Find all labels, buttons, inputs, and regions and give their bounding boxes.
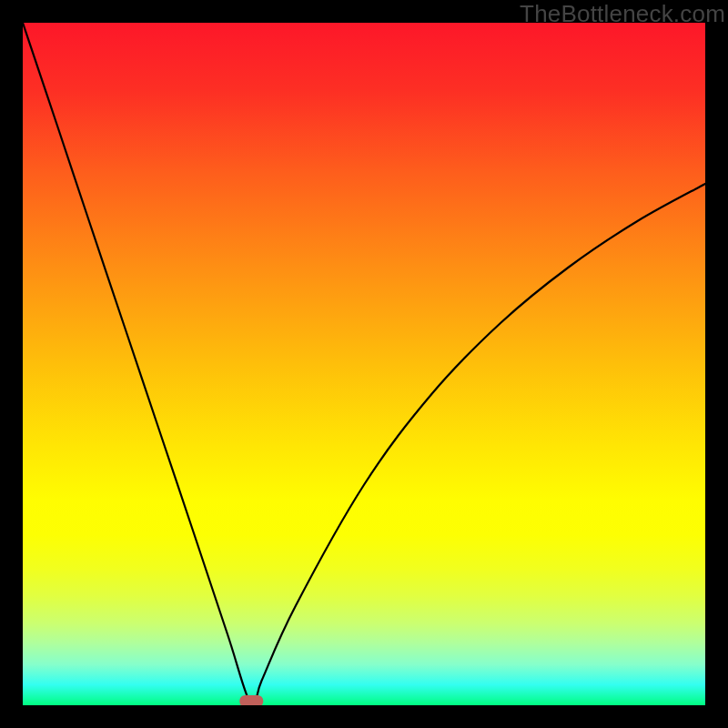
minimum-marker xyxy=(239,695,263,705)
chart-frame: TheBottleneck.com xyxy=(0,0,728,728)
plot-area xyxy=(23,23,705,705)
watermark-text: TheBottleneck.com xyxy=(520,0,725,28)
plot-svg xyxy=(23,23,705,705)
bottleneck-curve xyxy=(23,23,705,705)
